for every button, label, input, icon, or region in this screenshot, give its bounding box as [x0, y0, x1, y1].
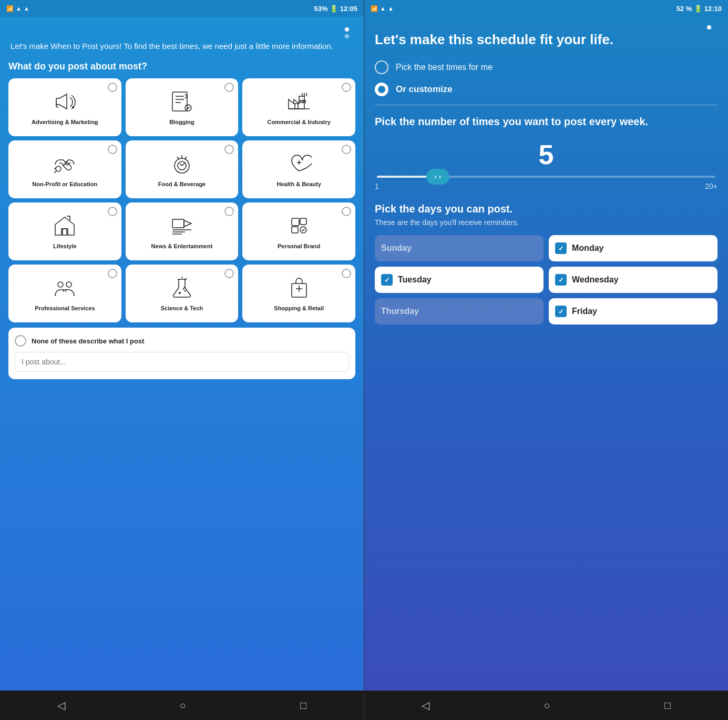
- lifestyle-label: Lifestyle: [53, 242, 77, 250]
- monday-label: Monday: [572, 244, 603, 253]
- dot-2: [345, 34, 349, 38]
- section-title: What do you post about most?: [8, 61, 355, 72]
- days-title: Pick the days you can post.: [375, 203, 717, 215]
- category-commercial[interactable]: Commercial & Industry: [242, 78, 355, 136]
- option-customize[interactable]: Or customize: [375, 83, 717, 96]
- wednesday-label: Wednesday: [572, 275, 619, 285]
- category-advertising[interactable]: Advertising & Marketing: [8, 78, 121, 136]
- science-icon: [168, 274, 196, 301]
- personal-icon: [285, 212, 313, 239]
- day-tuesday[interactable]: ✓ Tuesday: [375, 267, 544, 293]
- right-back-button[interactable]: ◁: [422, 699, 429, 712]
- home-button[interactable]: ○: [179, 699, 186, 712]
- option-best-times-label: Pick the best times for me: [396, 63, 493, 72]
- svg-rect-4: [300, 100, 302, 103]
- slider-thumb[interactable]: ‹ ›: [426, 169, 449, 185]
- tuesday-label: Tuesday: [398, 275, 432, 285]
- tuesday-check: ✓: [381, 274, 393, 286]
- right-signal-icon: 📶: [371, 5, 378, 12]
- wednesday-check: ✓: [555, 274, 567, 286]
- right-status-icons: 📶 ▲ ▲: [371, 5, 394, 12]
- frequency-slider[interactable]: ‹ ›: [375, 176, 717, 178]
- advertising-label: Advertising & Marketing: [32, 118, 98, 126]
- day-sunday[interactable]: Sunday: [375, 235, 544, 261]
- slider-track: ‹ ›: [377, 176, 715, 178]
- day-thursday[interactable]: Thursday: [375, 298, 544, 324]
- right-home-button[interactable]: ○: [544, 699, 550, 712]
- category-lifestyle[interactable]: Lifestyle: [8, 202, 121, 260]
- category-blogging[interactable]: Blogging: [126, 78, 239, 136]
- back-button[interactable]: ◁: [57, 699, 65, 712]
- radio-nonprofit: [108, 145, 117, 154]
- category-nonprofit[interactable]: Non-Profit or Education: [8, 140, 121, 198]
- category-health[interactable]: Health & Beauty: [242, 140, 355, 198]
- left-phone-panel: 📶 ▲ ▲ 53% 🔋 12:05 Let's make When to Pos…: [0, 0, 364, 720]
- right-battery-time: 52 % 🔋 12:10: [676, 5, 722, 13]
- shopping-icon: [285, 274, 313, 301]
- personal-label: Personal Brand: [278, 242, 320, 250]
- radio-best-times: [375, 60, 388, 74]
- radio-food: [224, 145, 234, 154]
- megaphone-icon: [51, 88, 78, 115]
- science-label: Science & Tech: [161, 305, 203, 312]
- category-news[interactable]: News & Entertainment: [126, 202, 239, 260]
- category-science[interactable]: Science & Tech: [126, 265, 239, 322]
- category-shopping[interactable]: Shopping & Retail: [242, 265, 355, 322]
- nonprofit-label: Non-Profit or Education: [32, 180, 97, 188]
- pagination-dots: [8, 23, 355, 40]
- signal-icon: 📶: [6, 5, 14, 12]
- right-scroll-area[interactable]: Let's make this schedule fit your life. …: [364, 17, 728, 691]
- svg-point-0: [72, 106, 74, 108]
- day-friday[interactable]: ✓ Friday: [549, 298, 717, 324]
- section-divider: [375, 105, 717, 105]
- radio-health: [342, 145, 351, 154]
- wifi-icon: ▲: [16, 5, 22, 12]
- post-about-input[interactable]: [15, 352, 349, 372]
- option-best-times[interactable]: Pick the best times for me: [375, 60, 717, 74]
- left-scroll-area[interactable]: Let's make When to Post yours! To find t…: [0, 17, 364, 691]
- days-grid: Sunday ✓ Monday ✓ Tuesday ✓ Wednesday: [375, 235, 717, 324]
- friday-label: Friday: [572, 307, 597, 316]
- days-subtitle: These are the days you'll receive remind…: [375, 218, 717, 227]
- category-professional[interactable]: Professional Services: [8, 265, 121, 322]
- commercial-label: Commercial & Industry: [267, 118, 330, 126]
- sunday-label: Sunday: [381, 244, 412, 253]
- radio-commercial: [342, 83, 351, 92]
- friday-check: ✓: [555, 306, 567, 317]
- left-battery-time: 53% 🔋 12:05: [314, 5, 357, 13]
- svg-rect-14: [300, 218, 306, 225]
- none-card[interactable]: None of these describe what I post: [8, 328, 355, 379]
- blogging-label: Blogging: [169, 118, 194, 126]
- radio-professional: [108, 269, 117, 278]
- right-network-icon: ▲: [388, 5, 394, 12]
- right-content: Let's make this schedule fit your life. …: [364, 17, 728, 691]
- monday-check: ✓: [555, 242, 567, 254]
- svg-point-7: [56, 166, 61, 171]
- recent-button[interactable]: □: [300, 699, 306, 712]
- svg-rect-11: [172, 219, 184, 228]
- radio-shopping: [342, 269, 351, 278]
- right-recent-button[interactable]: □: [664, 699, 671, 712]
- right-status-bar: 📶 ▲ ▲ 52 % 🔋 12:10: [364, 0, 728, 17]
- thursday-label: Thursday: [381, 307, 419, 316]
- day-wednesday[interactable]: ✓ Wednesday: [549, 267, 717, 293]
- day-monday[interactable]: ✓ Monday: [549, 235, 717, 261]
- health-label: Health & Beauty: [276, 180, 321, 188]
- none-row: None of these describe what I post: [15, 335, 349, 347]
- right-arrow-icon: ›: [439, 173, 441, 180]
- category-food[interactable]: Food & Beverage: [126, 140, 239, 198]
- category-personal[interactable]: Personal Brand: [242, 202, 355, 260]
- radio-advertising: [108, 83, 117, 92]
- blog-icon: [168, 88, 196, 115]
- slider-labels: 1 20+: [375, 182, 717, 190]
- slider-min: 1: [375, 182, 379, 190]
- left-content: Let's make When to Post yours! To find t…: [0, 17, 364, 691]
- none-label: None of these describe what I post: [32, 337, 145, 345]
- right-dot-active: [707, 25, 711, 29]
- slider-max: 20+: [705, 182, 717, 190]
- svg-marker-12: [184, 220, 191, 227]
- radio-news: [224, 207, 234, 216]
- news-label: News & Entertainment: [151, 242, 213, 250]
- home-icon: [51, 212, 78, 239]
- beauty-icon: [285, 150, 313, 177]
